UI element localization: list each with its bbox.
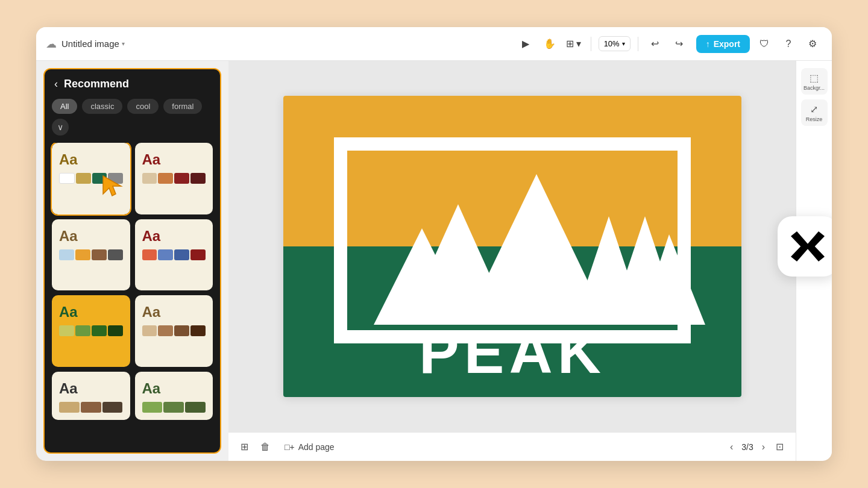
fullscreen-button[interactable]: ⊡ bbox=[773, 439, 786, 455]
theme-2-aa: Aa bbox=[142, 151, 206, 168]
theme-card-2[interactable]: Aa bbox=[135, 143, 213, 214]
resize-button[interactable]: ⤢ Resize bbox=[801, 99, 828, 126]
top-bar-center: ▶ ✋ ⊞ ▾ 10% ▾ ↩ ↪ bbox=[516, 34, 689, 54]
panel-header: ‹ Recommend bbox=[45, 69, 220, 99]
divider-2 bbox=[638, 37, 638, 51]
swatch bbox=[81, 402, 101, 413]
background-icon: ⬚ bbox=[810, 72, 819, 84]
swatch bbox=[76, 173, 90, 184]
pages-button[interactable]: ⊞ bbox=[238, 439, 251, 455]
resize-label: Resize bbox=[806, 116, 823, 122]
theme-card-6[interactable]: Aa bbox=[135, 295, 213, 367]
top-bar-right: ↑ Export 🛡 ? ⚙ bbox=[696, 34, 822, 54]
canvas-workspace[interactable]: PEAK bbox=[228, 61, 796, 432]
panel-back-button[interactable]: ‹ bbox=[54, 78, 58, 90]
theme-7-aa: Aa bbox=[59, 380, 123, 397]
swatch bbox=[190, 325, 206, 336]
layout-button[interactable]: ⊞ ▾ bbox=[564, 34, 583, 54]
capcut-icon bbox=[787, 225, 829, 267]
file-chevron: ▾ bbox=[122, 40, 125, 47]
theme-3-aa: Aa bbox=[59, 228, 123, 245]
swatch bbox=[174, 325, 189, 336]
bottom-right: ‹ 3/3 › ⊡ bbox=[726, 439, 786, 455]
undo-button[interactable]: ↩ bbox=[646, 34, 665, 54]
zoom-value: 10% bbox=[604, 39, 620, 48]
theme-card-8[interactable]: Aa bbox=[135, 372, 213, 420]
filter-cool[interactable]: cool bbox=[127, 99, 159, 114]
theme-4-swatches bbox=[142, 249, 206, 260]
swatch bbox=[59, 249, 74, 260]
theme-card-7[interactable]: Aa bbox=[52, 372, 130, 420]
layout-icon: ⊞ ▾ bbox=[566, 38, 581, 49]
theme-8-aa: Aa bbox=[142, 380, 206, 397]
next-page-button[interactable]: › bbox=[758, 439, 769, 455]
filter-all[interactable]: All bbox=[52, 99, 77, 114]
swatch bbox=[174, 173, 189, 184]
delete-button[interactable]: 🗑 bbox=[258, 439, 272, 455]
bottom-bar: ⊞ 🗑 □+ Add page ‹ 3/3 › ⊡ bbox=[228, 432, 796, 461]
file-title[interactable]: Untitled image ▾ bbox=[61, 39, 125, 49]
play-button[interactable]: ▶ bbox=[516, 34, 535, 54]
theme-1-swatches bbox=[59, 173, 123, 184]
svg-text:PEAK: PEAK bbox=[419, 318, 606, 386]
bottom-left: ⊞ 🗑 □+ Add page bbox=[238, 439, 339, 455]
theme-3-swatches bbox=[59, 249, 123, 260]
theme-5-aa: Aa bbox=[59, 304, 123, 321]
divider bbox=[591, 37, 591, 51]
swatch bbox=[142, 249, 157, 260]
peak-logo-svg: PEAK bbox=[283, 96, 741, 397]
swatch bbox=[185, 402, 206, 413]
swatch bbox=[158, 325, 173, 336]
swatch bbox=[92, 173, 107, 184]
theme-grid: Aa bbox=[45, 143, 220, 452]
export-button[interactable]: ↑ Export bbox=[696, 35, 750, 53]
help-button[interactable]: ? bbox=[779, 34, 798, 54]
export-icon: ↑ bbox=[706, 39, 710, 49]
swatch bbox=[75, 249, 90, 260]
swatch bbox=[190, 173, 206, 184]
swatch bbox=[108, 325, 123, 336]
top-bar-left: ☁ Untitled image ▾ bbox=[46, 37, 509, 51]
canvas-area: PEAK bbox=[228, 61, 796, 461]
settings-button[interactable]: ⚙ bbox=[803, 34, 822, 54]
cloud-icon: ☁ bbox=[46, 37, 57, 51]
redo-button[interactable]: ↪ bbox=[670, 34, 689, 54]
resize-icon: ⤢ bbox=[810, 104, 818, 115]
theme-6-swatches bbox=[142, 325, 206, 336]
canvas-frame: PEAK bbox=[283, 96, 741, 397]
zoom-control[interactable]: 10% ▾ bbox=[599, 36, 631, 51]
theme-7-swatches bbox=[59, 402, 123, 413]
shield-button[interactable]: 🛡 bbox=[755, 34, 774, 54]
theme-card-4[interactable]: Aa bbox=[135, 219, 213, 291]
swatch bbox=[102, 402, 123, 413]
top-bar: ☁ Untitled image ▾ ▶ ✋ ⊞ ▾ 10% ▾ ↩ bbox=[36, 27, 832, 61]
add-page-icon: □+ bbox=[285, 442, 295, 452]
swatch bbox=[108, 173, 122, 184]
filter-classic[interactable]: classic bbox=[82, 99, 122, 114]
filter-more-button[interactable]: ∨ bbox=[52, 119, 69, 136]
theme-8-swatches bbox=[142, 402, 206, 413]
swatch bbox=[59, 325, 74, 336]
swatch bbox=[92, 249, 107, 260]
theme-card-5[interactable]: Aa bbox=[52, 295, 130, 367]
filter-formal[interactable]: formal bbox=[163, 99, 202, 114]
add-page-button[interactable]: □+ Add page bbox=[280, 440, 339, 454]
panel-filters: All classic cool formal ∨ bbox=[45, 99, 220, 143]
add-page-label: Add page bbox=[298, 442, 335, 452]
hand-button[interactable]: ✋ bbox=[540, 34, 559, 54]
background-label: Backgr... bbox=[804, 85, 825, 91]
swatch bbox=[142, 173, 157, 184]
swatch bbox=[142, 402, 163, 413]
swatch bbox=[59, 402, 80, 413]
theme-card-3[interactable]: Aa bbox=[52, 219, 130, 291]
theme-1-aa: Aa bbox=[59, 151, 123, 168]
svg-rect-1 bbox=[283, 96, 741, 246]
panel-title: Recommend bbox=[64, 78, 129, 90]
background-button[interactable]: ⬚ Backgr... bbox=[801, 68, 828, 95]
theme-card-1[interactable]: Aa bbox=[52, 143, 130, 214]
theme-4-aa: Aa bbox=[142, 228, 206, 245]
theme-2-swatches bbox=[142, 173, 206, 184]
prev-page-button[interactable]: ‹ bbox=[726, 439, 737, 455]
page-indicator: 3/3 bbox=[741, 442, 753, 452]
swatch bbox=[158, 173, 173, 184]
